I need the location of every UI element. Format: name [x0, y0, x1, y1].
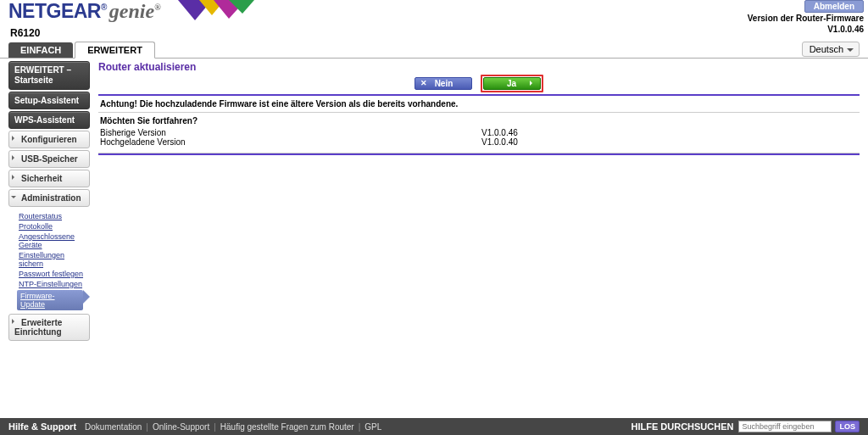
admin-submenu: Routerstatus Protokolle Angeschlossene G…	[8, 209, 90, 314]
sidebar-item-label: Erweiterte Einrichtung	[14, 318, 62, 337]
submenu-set-password[interactable]: Passwort festlegen	[19, 269, 90, 279]
uploaded-version-value: V1.0.0.40	[481, 137, 518, 147]
firmware-label: Version der Router-Firmware	[748, 14, 864, 24]
search-label: HILFE DURCHSUCHEN	[631, 421, 733, 432]
footer-documentation[interactable]: Dokumentation	[85, 422, 142, 432]
page-title: Router aktualisieren	[98, 61, 860, 73]
table-row: Hochgeladene Version V1.0.0.40	[100, 137, 858, 147]
brand-main: NETGEAR	[8, 0, 101, 22]
footer-gpl[interactable]: GPL	[364, 422, 381, 432]
content-panel: Router aktualisieren ✕Nein Ja Achtung! D…	[90, 59, 868, 432]
submenu-logs[interactable]: Protokolle	[19, 221, 90, 231]
sidebar-configure[interactable]: Konfigurieren	[8, 131, 90, 148]
chevron-right-icon	[12, 136, 17, 141]
button-label: Ja	[507, 79, 516, 88]
model-name: R6120	[0, 27, 868, 39]
brand-logo: NETGEAR® genie®	[8, 0, 161, 23]
sidebar-advanced-setup[interactable]: Erweiterte Einrichtung	[8, 314, 90, 341]
tab-advanced[interactable]: ERWEITERT	[75, 42, 155, 59]
sidebar-usb[interactable]: USB-Speicher	[8, 150, 90, 168]
submenu-ntp-settings[interactable]: NTP-Einstellungen	[19, 279, 90, 289]
current-version-value: V1.0.0.46	[481, 128, 518, 137]
uploaded-version-label: Hochgeladene Version	[100, 137, 481, 147]
submenu-firmware-update[interactable]: Firmware-Update	[17, 290, 83, 310]
chevron-down-icon	[11, 196, 16, 201]
submenu-router-status[interactable]: Routerstatus	[19, 211, 90, 221]
no-button[interactable]: ✕Nein	[415, 77, 472, 90]
sidebar-security[interactable]: Sicherheit	[8, 170, 90, 187]
chevron-right-icon	[12, 319, 17, 324]
footer-online-support[interactable]: Online-Support	[153, 422, 209, 432]
chevron-right-icon	[12, 155, 17, 160]
search-go-button[interactable]: LOS	[835, 421, 860, 432]
current-version-label: Bisherige Version	[100, 128, 481, 137]
submenu-attached-devices[interactable]: Angeschlossene Geräte	[19, 231, 90, 250]
sidebar-wps-wizard[interactable]: WPS-Assistent	[8, 111, 90, 129]
sidebar-setup-wizard[interactable]: Setup-Assistent	[8, 92, 90, 109]
sidebar: ERWEITERT – Startseite Setup-Assistent W…	[0, 59, 90, 432]
chevron-right-icon	[12, 175, 17, 180]
table-row: Bisherige Version V1.0.0.46	[100, 128, 858, 137]
arrow-right-icon	[530, 81, 535, 86]
warning-message: Achtung! Die hochzuladende Firmware ist …	[98, 96, 860, 113]
sidebar-item-label: Sicherheit	[21, 174, 62, 183]
logout-button[interactable]: Abmelden	[804, 0, 864, 13]
yes-button-highlight: Ja	[481, 75, 543, 92]
submenu-backup-settings[interactable]: Einstellungen sichern	[19, 250, 90, 269]
yes-button[interactable]: Ja	[483, 77, 541, 90]
confirm-question: Möchten Sie fortfahren?	[100, 116, 858, 125]
footer-faq[interactable]: Häufig gestellte Fragen zum Router	[220, 422, 354, 432]
sidebar-administration[interactable]: Administration	[8, 189, 90, 207]
sidebar-item-label: USB-Speicher	[21, 154, 78, 164]
tab-basic[interactable]: EINFACH	[8, 42, 73, 58]
sidebar-item-label: Administration	[21, 193, 81, 203]
search-input[interactable]	[738, 421, 832, 432]
brand-sub: genie	[109, 0, 154, 22]
footer: Hilfe & Support Dokumentation | Online-S…	[0, 418, 868, 435]
x-icon: ✕	[420, 79, 427, 87]
firmware-version: V1.0.0.46	[748, 25, 864, 35]
button-label: Nein	[435, 79, 453, 88]
language-select[interactable]: Deutsch	[802, 42, 860, 57]
sidebar-item-label: Konfigurieren	[21, 135, 77, 144]
sidebar-home[interactable]: ERWEITERT – Startseite	[8, 61, 90, 90]
decorative-triangles	[178, 0, 254, 24]
footer-title: Hilfe & Support	[8, 421, 76, 432]
